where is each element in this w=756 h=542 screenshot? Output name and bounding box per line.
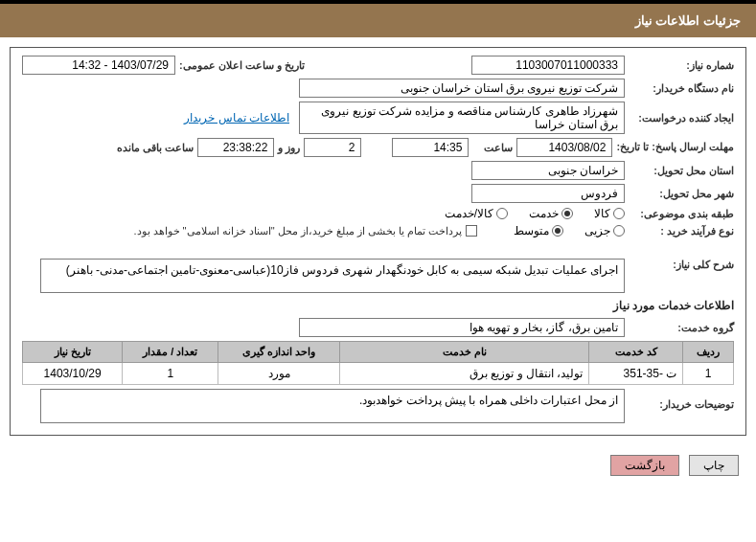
subject-cat-label: طبقه بندی موضوعی: [629, 208, 734, 220]
row-service-group: گروه خدمت: تامین برق، گاز، بخار و تهویه … [22, 318, 734, 337]
row-buyer-notes: توضیحات خریدار: از محل اعتبارات داخلی هم… [22, 389, 734, 423]
remaining-days: 2 [304, 138, 361, 157]
radio-checked-icon [561, 208, 573, 219]
payment-note: پرداخت تمام یا بخشی از مبلغ خرید،از محل … [133, 225, 462, 237]
form-panel: شماره نیاز: 1103007011000333 تاریخ و ساع… [10, 47, 746, 436]
row-buyer-org: نام دستگاه خریدار: شرکت توزیع نیروی برق … [22, 79, 734, 98]
radio-icon [496, 208, 508, 219]
row-deadline: مهلت ارسال پاسخ: تا تاریخ: 1403/08/02 سا… [22, 138, 734, 157]
print-button[interactable]: چاپ [689, 455, 739, 476]
row-province: استان محل تحویل: خراسان جنوبی [22, 161, 734, 180]
back-button[interactable]: بازگشت [610, 455, 679, 476]
subject-service-label: خدمت [529, 207, 559, 220]
remaining-clock: 23:38:22 [197, 138, 274, 157]
row-requestor: ایجاد کننده درخواست: شهرزاد طاهری کارشنا… [22, 102, 734, 134]
province-value: خراسان جنوبی [471, 161, 625, 180]
th-name: نام خدمت [340, 342, 589, 363]
need-no-label: شماره نیاز: [629, 59, 734, 72]
deadline-time: 14:35 [392, 138, 469, 157]
deadline-date: 1403/08/02 [516, 138, 612, 157]
subject-goods-option[interactable]: کالا [594, 207, 625, 220]
time-label: ساعت [484, 142, 513, 154]
service-group-label: گروه خدمت: [629, 322, 734, 334]
th-qty: تعداد / مقدار [123, 342, 218, 363]
overall-desc-value: اجرای عملیات تبدیل شبکه سیمی به کابل خود… [40, 259, 625, 293]
service-info-title: اطلاعات خدمات مورد نیاز [22, 299, 734, 312]
buyer-org-label: نام دستگاه خریدار: [629, 82, 734, 95]
radio-icon [613, 225, 625, 237]
purchase-medium-option[interactable]: متوسط [514, 224, 563, 237]
th-needdate: تاریخ نیاز [23, 342, 123, 363]
row-need-no: شماره نیاز: 1103007011000333 تاریخ و ساع… [22, 56, 734, 75]
buyer-notes-label: توضیحات خریدار: [629, 389, 734, 411]
table-row: 1 ت -35-351 تولید، انتقال و توزیع برق مو… [23, 363, 734, 385]
province-label: استان محل تحویل: [629, 165, 734, 177]
payment-checkbox[interactable] [466, 225, 477, 237]
panel-header: جزئیات اطلاعات نیاز [0, 0, 756, 37]
row-subject-cat: طبقه بندی موضوعی: کالا خدمت کالا/خدمت [22, 207, 734, 220]
cell-needdate: 1403/10/29 [23, 363, 123, 385]
cell-name: تولید، انتقال و توزیع برق [340, 363, 589, 385]
cell-qty: 1 [123, 363, 218, 385]
th-unit: واحد اندازه گیری [218, 342, 340, 363]
purchase-medium-label: متوسط [514, 224, 549, 237]
cell-unit: مورد [218, 363, 340, 385]
announce-value: 1403/07/29 - 14:32 [22, 56, 175, 75]
requestor-value: شهرزاد طاهری کارشناس مناقصه و مزایده شرک… [299, 102, 625, 134]
subject-goods-label: کالا [594, 207, 610, 220]
need-no-value: 1103007011000333 [471, 56, 625, 75]
purchase-minor-option[interactable]: جزیی [584, 224, 625, 237]
row-city: شهر محل تحویل: فردوس [22, 184, 734, 203]
requestor-label: ایجاد کننده درخواست: [629, 112, 734, 124]
buyer-org-value: شرکت توزیع نیروی برق استان خراسان جنوبی [299, 79, 625, 98]
city-value: فردوس [471, 184, 625, 203]
panel-title: جزئیات اطلاعات نیاز [635, 13, 741, 28]
service-group-value: تامین برق، گاز، بخار و تهویه هوا [299, 318, 625, 337]
buyer-contact-link[interactable]: اطلاعات تماس خریدار [184, 111, 289, 124]
subject-both-option[interactable]: کالا/خدمت [445, 207, 508, 220]
remaining-days-suffix: روز و [278, 142, 300, 154]
subject-service-option[interactable]: خدمت [529, 207, 573, 220]
service-table: ردیف کد خدمت نام خدمت واحد اندازه گیری ت… [22, 341, 734, 385]
announce-label: تاریخ و ساعت اعلان عمومی: [179, 59, 305, 72]
overall-desc-label: شرح کلی نیاز: [629, 259, 734, 271]
subject-both-label: کالا/خدمت [445, 207, 493, 220]
radio-icon [613, 208, 625, 219]
purchase-minor-label: جزیی [584, 224, 610, 237]
buyer-notes-value: از محل اعتبارات داخلی همراه با پیش پرداخ… [40, 389, 625, 423]
row-overall-desc: شرح کلی نیاز: اجرای عملیات تبدیل شبکه سی… [22, 259, 734, 293]
remaining-suffix: ساعت باقی مانده [117, 142, 194, 154]
radio-checked-icon [552, 225, 563, 237]
table-header-row: ردیف کد خدمت نام خدمت واحد اندازه گیری ت… [23, 342, 734, 363]
row-purchase-type: نوع فرآیند خرید : جزیی متوسط پرداخت تمام… [22, 224, 734, 237]
city-label: شهر محل تحویل: [629, 188, 734, 200]
th-row: ردیف [683, 342, 734, 363]
page-container: جزئیات اطلاعات نیاز شماره نیاز: 11030070… [0, 0, 756, 491]
cell-code: ت -35-351 [589, 363, 683, 385]
th-code: کد خدمت [589, 342, 683, 363]
deadline-label: مهلت ارسال پاسخ: تا تاریخ: [616, 141, 734, 153]
button-row: چاپ بازگشت [0, 445, 756, 491]
cell-idx: 1 [683, 363, 734, 385]
purchase-type-label: نوع فرآیند خرید : [629, 225, 734, 237]
